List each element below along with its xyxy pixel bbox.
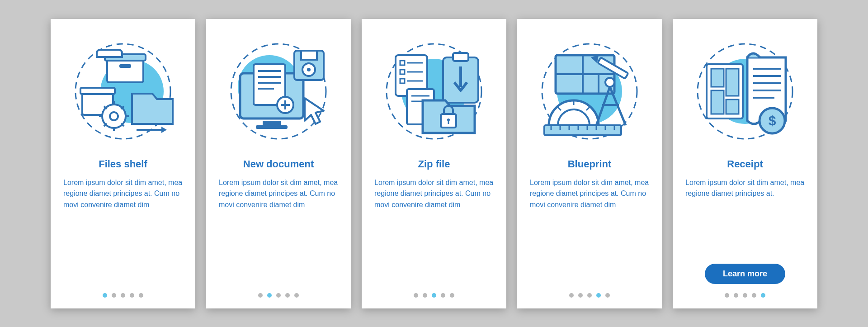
files-shelf-icon [64,33,182,150]
dot-1[interactable] [103,293,107,298]
svg-rect-21 [256,125,288,129]
dot-1[interactable] [258,293,263,298]
dot-3[interactable] [587,293,592,298]
onboarding-card-new-document: New document Lorem ipsum dolor sit dim a… [206,19,351,308]
dot-2[interactable] [734,293,738,298]
pagination-dots [569,293,610,298]
card-body: Lorem ipsum dolor sit dim amet, mea regi… [63,177,183,293]
dot-2[interactable] [423,293,427,298]
onboarding-card-blueprint: Blueprint Lorem ipsum dolor sit dim amet… [517,19,662,308]
card-body: Lorem ipsum dolor sit dim amet, mea regi… [374,177,494,293]
dot-3[interactable] [276,293,281,298]
dot-5[interactable] [139,293,143,298]
dot-1[interactable] [725,293,729,298]
pagination-dots [725,293,765,298]
svg-rect-44 [453,53,468,61]
pagination-dots [258,293,299,298]
svg-point-33 [307,68,311,71]
svg-rect-80 [711,90,724,114]
dot-4[interactable] [752,293,756,298]
blueprint-icon [531,33,648,150]
card-title: Blueprint [568,158,612,170]
dot-4[interactable] [285,293,290,298]
svg-point-71 [605,78,614,87]
dot-4[interactable] [441,293,445,298]
dot-5[interactable] [294,293,299,298]
onboarding-card-files-shelf: Files shelf Lorem ipsum dolor sit dim am… [51,19,195,308]
dot-2[interactable] [112,293,116,298]
pagination-dots [414,293,454,298]
dot-5[interactable] [450,293,454,298]
dot-3[interactable] [121,293,125,298]
svg-rect-6 [80,88,115,94]
svg-rect-81 [726,100,739,114]
card-body: Lorem ipsum dolor sit dim amet, mea regi… [530,177,649,293]
card-title: New document [243,158,314,170]
zip-file-icon [375,33,493,150]
dot-3[interactable] [743,293,747,298]
svg-rect-4 [119,64,131,68]
new-document-icon [220,33,337,150]
onboarding-card-zip-file: Zip file Lorem ipsum dolor sit dim amet,… [362,19,506,308]
dot-4[interactable] [130,293,134,298]
learn-more-button[interactable]: Learn more [705,264,785,284]
card-title: Files shelf [99,158,147,170]
svg-rect-31 [301,51,317,60]
pagination-dots [103,293,143,298]
dot-4[interactable] [596,293,601,298]
card-body: Lorem ipsum dolor sit dim amet, mea regi… [219,177,338,293]
dot-2[interactable] [267,293,272,298]
svg-text:$: $ [769,113,776,128]
dot-1[interactable] [569,293,574,298]
dot-1[interactable] [414,293,418,298]
dot-5[interactable] [761,293,765,298]
onboarding-card-receipt: $ Receipt Lorem ipsum dolor sit dim amet… [673,19,817,308]
svg-rect-78 [711,69,724,87]
dot-5[interactable] [605,293,610,298]
svg-rect-62 [544,125,621,135]
card-title: Receipt [727,158,763,170]
card-body: Lorem ipsum dolor sit dim amet, mea regi… [685,177,805,264]
dot-2[interactable] [578,293,583,298]
svg-rect-20 [263,121,281,125]
card-title: Zip file [418,158,450,170]
dot-3[interactable] [432,293,436,298]
receipt-icon: $ [686,33,804,150]
svg-rect-79 [726,69,739,96]
